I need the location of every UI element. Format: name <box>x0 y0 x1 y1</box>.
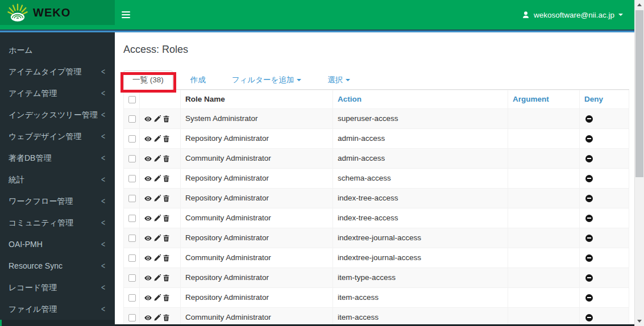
table-row: Repository Administrator schema-access <box>124 169 629 189</box>
header-accent-strip <box>0 30 634 32</box>
user-account-menu[interactable]: wekosoftware@nii.ac.jp <box>517 0 628 30</box>
edit-icon[interactable] <box>153 314 161 321</box>
delete-icon[interactable] <box>163 314 170 321</box>
sidebar-item[interactable]: アイテム管理 < <box>0 82 115 104</box>
action-cell: indextree-journal-access <box>333 228 508 248</box>
edit-icon[interactable] <box>153 235 161 242</box>
column-header-action[interactable]: Action <box>333 90 508 109</box>
sidebar-item[interactable]: インデックスツリー管理 < <box>0 104 115 126</box>
actions-header-cell <box>140 90 181 109</box>
view-icon[interactable] <box>144 274 152 282</box>
sidebar-item[interactable]: コミュニティ管理 < <box>0 212 115 233</box>
sidebar-item[interactable]: 統計 < <box>0 169 115 190</box>
actions-cell <box>140 109 181 129</box>
delete-icon[interactable] <box>163 254 170 262</box>
delete-icon[interactable] <box>163 235 170 242</box>
row-checkbox[interactable] <box>128 215 136 222</box>
argument-cell <box>508 268 580 288</box>
deny-minus-circle-icon <box>585 254 593 262</box>
action-cell: index-tree-access <box>333 208 508 228</box>
delete-icon[interactable] <box>163 215 170 222</box>
sidebar-item[interactable]: ワークフロー管理 < <box>0 190 115 212</box>
table-row: System Administrator superuser-access <box>124 109 629 129</box>
application-window: wekosoftware@nii.ac.jp <box>0 0 644 326</box>
scroll-down-button[interactable] <box>635 316 644 326</box>
delete-icon[interactable] <box>163 175 170 182</box>
sidebar-item[interactable]: 著者DB管理 < <box>0 147 115 169</box>
sidebar-item[interactable]: OAI-PMH < <box>0 233 115 255</box>
sidebar-item-partial[interactable] <box>0 320 115 326</box>
scroll-up-button[interactable] <box>635 0 644 10</box>
tab-label: 一覧 (38) <box>132 76 164 84</box>
arrow-down-icon <box>637 320 642 323</box>
sidebar-toggle-button[interactable] <box>122 0 144 30</box>
tab[interactable]: 選択 <box>319 71 359 89</box>
brand-logo[interactable]: WEKO <box>0 0 115 25</box>
delete-icon[interactable] <box>163 195 170 202</box>
sidebar-item-label: インデックスツリー管理 <box>9 111 98 119</box>
view-icon[interactable] <box>144 135 152 143</box>
view-icon[interactable] <box>144 175 152 182</box>
edit-icon[interactable] <box>153 135 161 143</box>
sidebar-item[interactable]: ホーム <box>0 39 115 61</box>
view-icon[interactable] <box>144 314 152 321</box>
sidebar-item[interactable]: ウェブデザイン管理 < <box>0 126 115 147</box>
delete-icon[interactable] <box>163 115 170 123</box>
row-checkbox[interactable] <box>128 195 136 202</box>
deny-cell <box>580 308 629 326</box>
column-header-argument[interactable]: Argument <box>508 90 580 109</box>
edit-icon[interactable] <box>153 175 161 182</box>
delete-icon[interactable] <box>163 135 170 143</box>
view-icon[interactable] <box>144 195 152 202</box>
role-name-cell: Repository Administrator <box>181 268 333 288</box>
tab[interactable]: 一覧 (38) <box>123 70 173 90</box>
view-icon[interactable] <box>144 294 152 302</box>
tab[interactable]: 作成 <box>182 71 214 89</box>
arrow-up-icon <box>637 3 642 6</box>
view-icon[interactable] <box>144 215 152 222</box>
chevron-left-icon: < <box>101 132 105 141</box>
sidebar-item[interactable]: ファイル管理 < <box>0 298 115 320</box>
row-checkbox[interactable] <box>128 274 136 282</box>
delete-icon[interactable] <box>163 155 170 162</box>
action-cell: index-tree-access <box>333 189 508 208</box>
row-checkbox[interactable] <box>128 115 136 123</box>
edit-icon[interactable] <box>153 254 161 262</box>
edit-icon[interactable] <box>153 215 161 222</box>
view-icon[interactable] <box>144 235 152 242</box>
actions-cell <box>140 169 181 189</box>
role-name-cell: Community Administrator <box>181 308 333 326</box>
view-icon[interactable] <box>144 115 152 123</box>
caret-down-icon <box>346 79 350 81</box>
delete-icon[interactable] <box>163 274 170 282</box>
row-checkbox[interactable] <box>128 155 136 162</box>
deny-cell <box>580 208 629 228</box>
sidebar-item[interactable]: Resource Sync < <box>0 255 115 277</box>
row-checkbox[interactable] <box>128 135 136 143</box>
tab[interactable]: フィルターを追加 <box>223 71 310 89</box>
checkbox-cell <box>124 228 140 248</box>
role-name-cell: Repository Administrator <box>181 288 333 308</box>
argument-cell <box>508 109 580 129</box>
row-checkbox[interactable] <box>128 235 136 242</box>
select-all-checkbox[interactable] <box>128 96 136 103</box>
row-checkbox[interactable] <box>128 294 136 302</box>
edit-icon[interactable] <box>153 115 161 123</box>
view-icon[interactable] <box>144 254 152 262</box>
delete-icon[interactable] <box>163 294 170 302</box>
sidebar-item[interactable]: レコード管理 < <box>0 277 115 298</box>
column-header-deny[interactable]: Deny <box>580 90 629 109</box>
row-checkbox[interactable] <box>128 175 136 182</box>
edit-icon[interactable] <box>153 195 161 202</box>
row-checkbox[interactable] <box>128 314 136 321</box>
table-row: Repository Administrator indextree-journ… <box>124 228 629 248</box>
sidebar-item[interactable]: アイテムタイプ管理 < <box>0 61 115 82</box>
edit-icon[interactable] <box>153 274 161 282</box>
row-checkbox[interactable] <box>128 254 136 262</box>
scrollbar-thumb[interactable] <box>635 10 643 177</box>
view-icon[interactable] <box>144 155 152 162</box>
edit-icon[interactable] <box>153 294 161 302</box>
edit-icon[interactable] <box>153 155 161 162</box>
deny-cell <box>580 109 629 129</box>
vertical-scrollbar[interactable] <box>634 0 644 326</box>
